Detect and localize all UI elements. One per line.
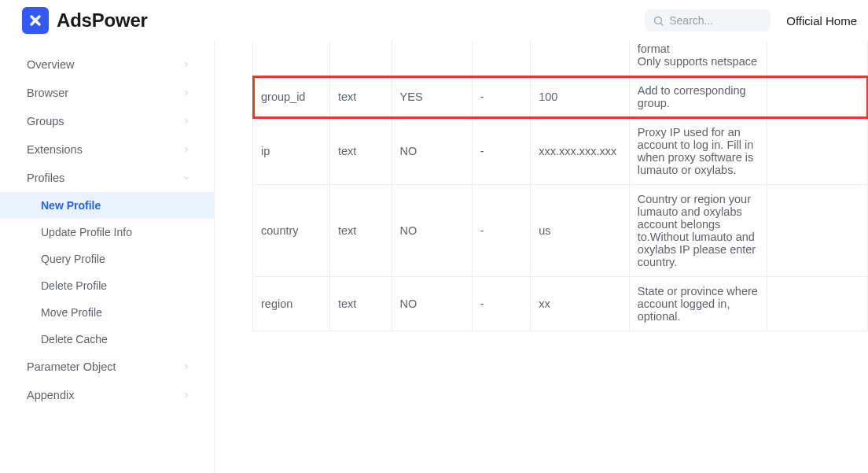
param-name: ip <box>253 118 330 185</box>
param-example: 1 <box>531 41 630 76</box>
param-description: Country or region your lumauto and oxyla… <box>629 185 767 277</box>
sidebar-item-label: Extensions <box>27 143 83 156</box>
param-default: - <box>472 118 530 185</box>
param-type: text <box>329 76 392 118</box>
sidebar-item-label: Profiles <box>27 172 64 184</box>
nav-official-home[interactable]: Official Home <box>786 14 857 28</box>
sidebar-item-browser[interactable]: Browser <box>0 79 214 107</box>
table-row: regiontextNO-xxState or province where a… <box>253 277 868 331</box>
parameters-table: ignore_cookie_errortextNO010：When the co… <box>252 41 868 331</box>
param-type: text <box>329 41 392 76</box>
param-description: 0：When the cookie verification fails, th… <box>629 41 767 76</box>
param-example: xxx.xxx.xxx.xxx <box>531 118 630 185</box>
sidebar-item-label: Overview <box>27 58 74 71</box>
sidebar: Overview Browser Groups Extensions Profi… <box>0 41 215 473</box>
param-example: xx <box>531 277 630 331</box>
param-example: us <box>531 185 630 277</box>
param-type: text <box>329 118 392 185</box>
sidebar-item-extensions[interactable]: Extensions <box>0 135 214 164</box>
param-default: - <box>472 277 530 331</box>
logo-icon <box>22 7 49 34</box>
param-name: region <box>253 277 330 331</box>
search-box[interactable] <box>645 9 771 31</box>
param-name: ignore_cookie_error <box>253 41 330 76</box>
param-type: text <box>329 185 392 277</box>
table-row: countrytextNO-usCountry or region your l… <box>253 185 868 277</box>
param-required: YES <box>392 76 472 118</box>
sidebar-sub-label: New Profile <box>41 199 101 212</box>
chevron-right-icon <box>182 115 190 127</box>
search-icon <box>653 15 664 27</box>
main-content: ignore_cookie_errortextNO010：When the co… <box>215 41 868 473</box>
chevron-right-icon <box>182 58 190 71</box>
chevron-right-icon <box>182 143 190 156</box>
chevron-right-icon <box>182 389 190 401</box>
sidebar-item-appendix[interactable]: Appendix <box>0 381 214 409</box>
table-row: group_idtextYES-100Add to corresponding … <box>253 76 868 118</box>
brand-name: AdsPower <box>57 9 148 31</box>
sidebar-item-label: Groups <box>27 115 64 127</box>
param-required: NO <box>392 185 472 277</box>
sidebar-sub-move-profile[interactable]: Move Profile <box>0 299 214 326</box>
param-type: text <box>329 277 392 331</box>
sidebar-item-label: Browser <box>27 87 68 99</box>
sidebar-sub-label: Update Profile Info <box>41 226 132 238</box>
sidebar-sub-label: Delete Profile <box>41 279 107 292</box>
param-note <box>767 118 868 185</box>
chevron-down-icon <box>182 172 190 184</box>
param-description: Proxy IP used for an account to log in. … <box>629 118 767 185</box>
table-row: iptextNO-xxx.xxx.xxx.xxxProxy IP used fo… <box>253 118 868 185</box>
sidebar-sub-delete-cache[interactable]: Delete Cache <box>0 326 214 353</box>
param-required: NO <box>392 41 472 76</box>
param-description: Add to corresponding group. <box>629 76 767 118</box>
param-description: State or province where account logged i… <box>629 277 767 331</box>
sidebar-sub-query-profile[interactable]: Query Profile <box>0 246 214 272</box>
sidebar-item-profiles[interactable]: Profiles <box>0 164 214 192</box>
search-input[interactable] <box>669 14 763 27</box>
param-note <box>767 185 868 277</box>
param-name: country <box>253 185 330 277</box>
brand[interactable]: AdsPower <box>22 7 148 34</box>
chevron-right-icon <box>182 87 190 99</box>
sidebar-sub-update-profile-info[interactable]: Update Profile Info <box>0 219 214 246</box>
header-right: Official Home <box>645 9 857 31</box>
param-required: NO <box>392 277 472 331</box>
parameters-table-wrap: ignore_cookie_errortextNO010：When the co… <box>252 41 868 331</box>
param-name: group_id <box>253 76 330 118</box>
table-row: ignore_cookie_errortextNO010：When the co… <box>253 41 868 76</box>
param-note: Should upgrade to V2.4.6.6 or above <box>767 41 868 76</box>
param-required: NO <box>392 118 472 185</box>
sidebar-sub-label: Query Profile <box>41 253 105 265</box>
param-default: - <box>472 185 530 277</box>
param-note <box>767 76 868 118</box>
param-default: - <box>472 76 530 118</box>
sidebar-sub-label: Delete Cache <box>41 333 108 346</box>
chevron-right-icon <box>182 360 190 373</box>
param-note <box>767 277 868 331</box>
sidebar-item-overview[interactable]: Overview <box>0 50 214 79</box>
param-default: 0 <box>472 41 530 76</box>
svg-line-1 <box>661 23 664 25</box>
sidebar-item-groups[interactable]: Groups <box>0 107 214 135</box>
header: AdsPower Official Home <box>0 0 868 41</box>
sidebar-item-label: Parameter Object <box>27 360 116 373</box>
sidebar-item-parameter-object[interactable]: Parameter Object <box>0 353 214 381</box>
sidebar-sub-delete-profile[interactable]: Delete Profile <box>0 272 214 299</box>
sidebar-sub-label: Move Profile <box>41 306 102 319</box>
sidebar-item-label: Appendix <box>27 389 74 401</box>
sidebar-sub-new-profile[interactable]: New Profile <box>0 192 214 219</box>
param-example: 100 <box>531 76 630 118</box>
